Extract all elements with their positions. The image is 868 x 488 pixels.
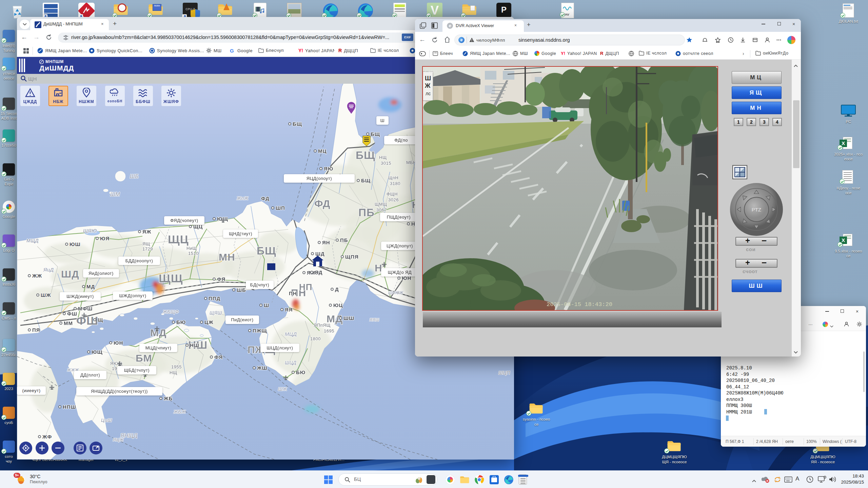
svg-text:PTZ: PTZ [752, 207, 761, 212]
svg-text:CAM3: CAM3 [425, 69, 437, 74]
